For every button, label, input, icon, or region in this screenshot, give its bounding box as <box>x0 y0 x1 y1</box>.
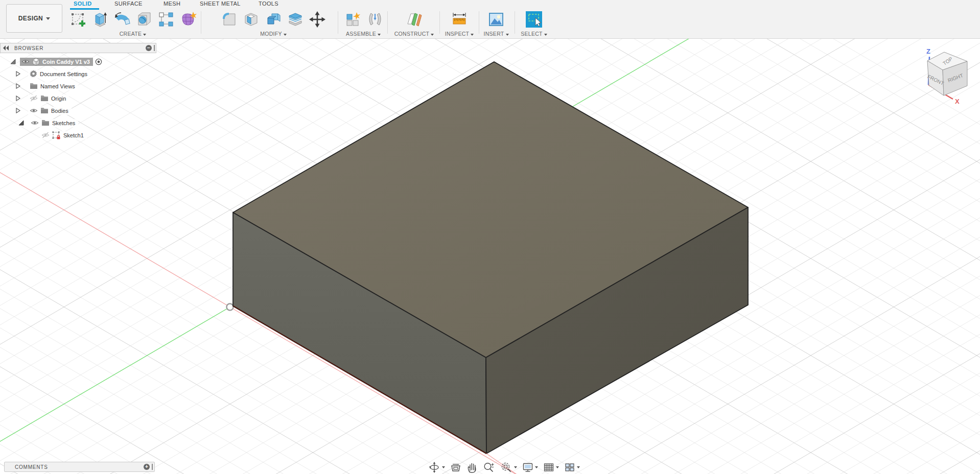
joint-icon <box>366 11 383 28</box>
combine-button[interactable] <box>264 10 283 29</box>
tab-solid[interactable]: SOLID <box>74 1 92 9</box>
zoom-button[interactable] <box>482 461 496 473</box>
add-comment-icon[interactable]: + <box>144 464 150 470</box>
inspect-menu[interactable]: INSPECT <box>441 31 477 37</box>
collapsed-arrow-icon[interactable] <box>15 83 21 89</box>
extrude-button[interactable] <box>91 10 109 29</box>
measure-icon <box>451 11 468 28</box>
select-button[interactable] <box>525 10 543 29</box>
visibility-eye-icon[interactable] <box>30 107 38 114</box>
panel-resize-handle[interactable] <box>154 45 155 51</box>
folder-icon <box>40 95 49 102</box>
create-sketch-icon <box>69 11 87 28</box>
chevron-down-icon[interactable] <box>514 466 517 468</box>
create-form-button[interactable] <box>179 10 197 29</box>
modify-menu[interactable]: MODIFY <box>213 31 334 37</box>
tree-item-label: Document Settings <box>40 71 87 77</box>
display-settings-icon <box>522 462 533 473</box>
browser-title: BROWSER <box>14 45 146 51</box>
model-viewport[interactable] <box>0 39 980 474</box>
chevron-down-icon[interactable] <box>535 466 538 468</box>
browser-display-toggle-icon[interactable]: − <box>146 45 152 51</box>
select-menu[interactable]: SELECT <box>518 31 550 37</box>
tab-surface[interactable]: SURFACE <box>114 1 143 9</box>
orbit-button[interactable] <box>427 461 446 473</box>
new-component-button[interactable] <box>343 10 362 29</box>
measure-button[interactable] <box>450 10 469 29</box>
collapsed-arrow-icon[interactable] <box>15 108 21 113</box>
visibility-off-eye-icon[interactable] <box>30 95 38 102</box>
grid-icon <box>543 462 554 473</box>
panel-resize-handle[interactable] <box>152 464 153 470</box>
chevron-down-icon <box>284 34 287 36</box>
grid-snaps-button[interactable] <box>542 461 560 473</box>
tab-mesh[interactable]: MESH <box>164 1 180 9</box>
comments-title: COMMENTS <box>15 464 144 470</box>
chevron-down-icon <box>506 34 509 36</box>
tree-row-sketch1[interactable]: Sketch1 <box>40 131 87 139</box>
revolve-button[interactable] <box>113 10 131 29</box>
fillet-button[interactable] <box>220 10 239 29</box>
display-settings-button[interactable] <box>521 461 539 473</box>
hole-icon <box>135 11 153 28</box>
look-at-icon <box>450 462 461 473</box>
chevron-down-icon <box>471 34 474 36</box>
create-menu[interactable]: CREATE <box>65 31 200 37</box>
collapse-panel-icon[interactable] <box>3 45 9 51</box>
tree-row-document-settings[interactable]: Document Settings <box>15 69 90 78</box>
fit-button[interactable] <box>499 461 518 473</box>
insert-menu[interactable]: INSERT <box>479 31 513 37</box>
group-assemble: ASSEMBLE <box>340 10 387 38</box>
view-cube[interactable]: Z X TOP FRONT RIGHT <box>912 46 978 106</box>
shell-button[interactable] <box>242 10 261 29</box>
pan-button[interactable] <box>465 461 479 473</box>
chevron-down-icon[interactable] <box>556 466 559 468</box>
revolve-icon <box>113 11 131 28</box>
chevron-down-icon[interactable] <box>577 466 580 468</box>
gear-icon <box>30 70 37 78</box>
tab-sheet-metal[interactable]: SHEET METAL <box>200 1 241 9</box>
comments-panel[interactable]: COMMENTS + <box>4 462 155 472</box>
pattern-button[interactable] <box>157 10 175 29</box>
viewports-icon <box>564 462 575 473</box>
visibility-off-eye-icon[interactable] <box>41 132 50 138</box>
combine-icon <box>265 11 282 28</box>
activate-component-radio-icon[interactable] <box>95 58 102 65</box>
tree-row-sketches[interactable]: Sketches <box>18 118 78 127</box>
tree-row-named-views[interactable]: Named Views <box>15 82 78 90</box>
group-create: CREATE <box>65 10 200 38</box>
form-icon <box>179 11 197 28</box>
toolbar-separator <box>439 11 440 34</box>
chevron-down-icon[interactable] <box>442 466 445 468</box>
move-copy-button[interactable] <box>308 10 326 29</box>
joint-button[interactable] <box>365 10 384 29</box>
construct-menu[interactable]: CONSTRUCT <box>392 31 436 37</box>
look-at-button[interactable] <box>449 461 462 473</box>
hole-button[interactable] <box>135 10 153 29</box>
tree-row-root[interactable]: Coin Caddy V1 v3 <box>10 57 102 66</box>
tab-tools[interactable]: TOOLS <box>259 1 278 9</box>
chevron-down-icon <box>46 17 50 20</box>
offset-face-button[interactable] <box>286 10 305 29</box>
component-cube-icon <box>32 58 40 66</box>
assemble-menu[interactable]: ASSEMBLE <box>340 31 387 37</box>
tree-row-origin[interactable]: Origin <box>15 94 69 103</box>
collapsed-arrow-icon[interactable] <box>15 96 21 101</box>
browser-header[interactable]: BROWSER − <box>0 43 156 53</box>
create-sketch-button[interactable] <box>69 10 87 29</box>
viewports-button[interactable] <box>563 461 581 473</box>
tree-row-bodies[interactable]: Bodies <box>15 106 72 115</box>
collapsed-arrow-icon[interactable] <box>15 71 21 77</box>
visibility-eye-icon[interactable] <box>21 58 30 65</box>
workspace-switcher-button[interactable]: DESIGN <box>6 4 62 33</box>
orbit-icon <box>428 462 440 473</box>
expanded-arrow-icon[interactable] <box>10 59 16 64</box>
rectangular-pattern-icon <box>157 11 175 28</box>
move-icon <box>309 11 326 28</box>
insert-button[interactable] <box>487 10 505 29</box>
workspace-label: DESIGN <box>18 15 43 22</box>
zoom-icon <box>483 462 495 473</box>
construction-plane-button[interactable] <box>405 10 424 29</box>
visibility-eye-icon[interactable] <box>31 120 39 126</box>
expanded-arrow-icon[interactable] <box>18 120 24 126</box>
